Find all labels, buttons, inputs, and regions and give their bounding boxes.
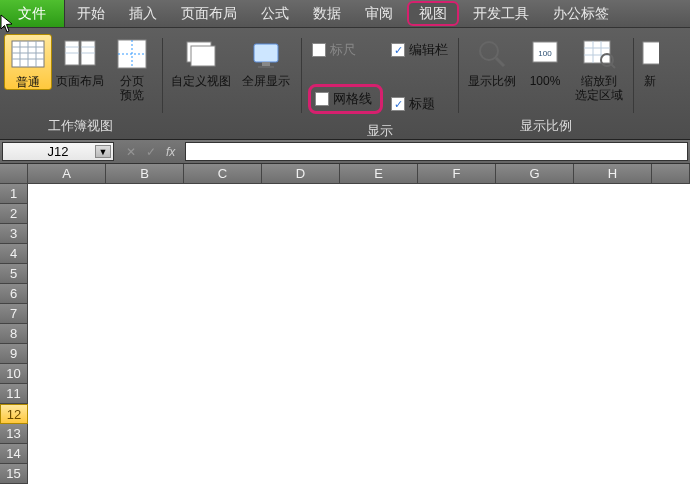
- cell[interactable]: [184, 384, 262, 404]
- cell[interactable]: [496, 384, 574, 404]
- name-box-dropdown[interactable]: ▼: [95, 145, 111, 158]
- cell[interactable]: [574, 424, 652, 444]
- row-header[interactable]: 11: [0, 384, 28, 404]
- cell[interactable]: [340, 204, 418, 224]
- cell[interactable]: [418, 184, 496, 204]
- cell[interactable]: [262, 404, 340, 424]
- cell[interactable]: [418, 424, 496, 444]
- row-header[interactable]: 9: [0, 344, 28, 364]
- cell[interactable]: [652, 324, 690, 344]
- cell[interactable]: [496, 184, 574, 204]
- column-header[interactable]: G: [496, 164, 574, 184]
- cell[interactable]: [574, 264, 652, 284]
- custom-views-button[interactable]: 自定义视图: [169, 34, 233, 88]
- row-header[interactable]: 8: [0, 324, 28, 344]
- column-header[interactable]: F: [418, 164, 496, 184]
- cell[interactable]: [418, 344, 496, 364]
- cell[interactable]: [574, 384, 652, 404]
- column-header[interactable]: C: [184, 164, 262, 184]
- cell[interactable]: [496, 224, 574, 244]
- full-screen-button[interactable]: 全屏显示: [237, 34, 295, 88]
- cell[interactable]: [184, 304, 262, 324]
- formula-input[interactable]: [185, 142, 688, 161]
- ruler-checkbox[interactable]: [312, 43, 326, 57]
- cell[interactable]: [28, 424, 106, 444]
- cell[interactable]: [106, 264, 184, 284]
- page-layout-button[interactable]: 页面布局: [56, 34, 104, 88]
- cell[interactable]: [106, 204, 184, 224]
- cell[interactable]: [418, 224, 496, 244]
- cell[interactable]: [262, 384, 340, 404]
- cell[interactable]: [574, 204, 652, 224]
- cell[interactable]: [340, 284, 418, 304]
- cell[interactable]: [106, 324, 184, 344]
- fx-label[interactable]: fx: [166, 145, 175, 159]
- headings-checkbox-row[interactable]: 标题: [391, 94, 448, 114]
- cell[interactable]: [28, 244, 106, 264]
- cell[interactable]: [262, 444, 340, 464]
- cell[interactable]: [496, 204, 574, 224]
- tab-data[interactable]: 数据: [301, 0, 353, 27]
- cell[interactable]: [340, 464, 418, 484]
- cell[interactable]: [496, 324, 574, 344]
- cell[interactable]: [28, 404, 106, 424]
- cell[interactable]: [262, 224, 340, 244]
- cell[interactable]: [28, 324, 106, 344]
- cancel-icon[interactable]: ✕: [126, 145, 136, 159]
- tab-review[interactable]: 审阅: [353, 0, 405, 27]
- zoom-button[interactable]: 显示比例: [465, 34, 519, 88]
- cell[interactable]: [418, 204, 496, 224]
- page-break-preview-button[interactable]: 分页 预览: [108, 34, 156, 102]
- cell[interactable]: [106, 404, 184, 424]
- cell[interactable]: [184, 464, 262, 484]
- cell[interactable]: [652, 224, 690, 244]
- row-header[interactable]: 10: [0, 364, 28, 384]
- gridlines-checkbox[interactable]: [315, 92, 329, 106]
- cell[interactable]: [262, 304, 340, 324]
- cell[interactable]: [652, 304, 690, 324]
- cell[interactable]: [262, 244, 340, 264]
- cell[interactable]: [184, 424, 262, 444]
- cell[interactable]: [418, 384, 496, 404]
- cell[interactable]: [652, 264, 690, 284]
- cell[interactable]: [652, 424, 690, 444]
- cell[interactable]: [184, 284, 262, 304]
- zoom-selection-button[interactable]: 缩放到 选定区域: [571, 34, 627, 102]
- cell[interactable]: [28, 284, 106, 304]
- cell[interactable]: [652, 384, 690, 404]
- headings-checkbox[interactable]: [391, 97, 405, 111]
- cell[interactable]: [574, 224, 652, 244]
- cell[interactable]: [184, 404, 262, 424]
- gridlines-checkbox-row[interactable]: 网格线: [315, 89, 372, 109]
- cell[interactable]: [340, 344, 418, 364]
- cell[interactable]: [106, 384, 184, 404]
- select-all-corner[interactable]: [0, 164, 28, 184]
- cell[interactable]: [106, 344, 184, 364]
- cell[interactable]: [184, 444, 262, 464]
- cell[interactable]: [418, 444, 496, 464]
- tab-office-tabs[interactable]: 办公标签: [541, 0, 621, 27]
- cell[interactable]: [106, 444, 184, 464]
- cell[interactable]: [340, 324, 418, 344]
- cell[interactable]: [652, 404, 690, 424]
- cell[interactable]: [262, 264, 340, 284]
- cell[interactable]: [106, 244, 184, 264]
- cell[interactable]: [262, 184, 340, 204]
- cell[interactable]: [652, 444, 690, 464]
- new-window-button-partial[interactable]: 新: [640, 34, 660, 88]
- tab-developer[interactable]: 开发工具: [461, 0, 541, 27]
- row-header[interactable]: 3: [0, 224, 28, 244]
- cell[interactable]: [574, 444, 652, 464]
- cell[interactable]: [418, 404, 496, 424]
- cell[interactable]: [418, 244, 496, 264]
- cell[interactable]: [184, 364, 262, 384]
- name-box[interactable]: J12 ▼: [2, 142, 114, 161]
- cell[interactable]: [652, 204, 690, 224]
- formula-bar-checkbox-row[interactable]: 编辑栏: [391, 40, 448, 60]
- cell[interactable]: [418, 284, 496, 304]
- row-header[interactable]: 2: [0, 204, 28, 224]
- column-header[interactable]: E: [340, 164, 418, 184]
- cell[interactable]: [340, 304, 418, 324]
- zoom-100-button[interactable]: 100 100%: [523, 34, 567, 88]
- cell[interactable]: [184, 344, 262, 364]
